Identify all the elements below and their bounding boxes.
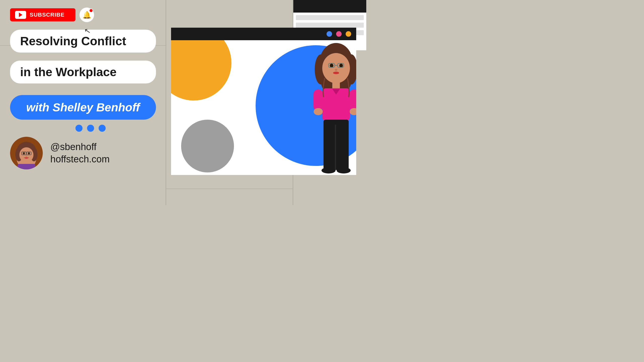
bell-area: 🔔: [79, 8, 94, 22]
subscribe-button[interactable]: SUBSCRIBE: [10, 8, 75, 21]
svg-point-20: [322, 53, 350, 83]
svg-point-26: [335, 69, 337, 71]
title-box-2-wrap: in the Workplace: [10, 61, 156, 87]
profile-website: hoffstech.com: [50, 154, 110, 165]
notification-dot: [89, 9, 93, 13]
avatar-svg: [10, 137, 43, 169]
subscribe-label: SUBSCRIBE: [30, 12, 65, 18]
title-box-1: Resolving Conflict: [10, 30, 156, 53]
profile-handle: @sbenhoff: [50, 142, 110, 152]
svg-point-12: [25, 157, 28, 159]
youtube-play-icon: [15, 11, 26, 19]
dot-2: [87, 125, 94, 132]
svg-point-11: [26, 155, 27, 156]
browser-window: [171, 28, 356, 175]
window-dot-yellow: [346, 31, 351, 37]
svg-point-35: [321, 167, 336, 173]
title-line-1: Resolving Conflict: [20, 34, 126, 48]
profile-info: @sbenhoff hoffstech.com: [50, 142, 110, 165]
svg-point-5: [19, 147, 33, 162]
right-panel: [166, 0, 366, 205]
dots-row: [75, 125, 156, 132]
title-section: Resolving Conflict: [10, 30, 156, 57]
dot-1: [75, 125, 83, 132]
svg-rect-29: [313, 89, 323, 111]
dot-3: [99, 125, 106, 132]
shelley-label: with Shelley Benhoff: [26, 101, 140, 114]
svg-rect-13: [18, 164, 35, 169]
header-row: SUBSCRIBE 🔔: [10, 8, 156, 22]
character-illustration: [303, 42, 356, 175]
orange-circle: [171, 40, 231, 101]
window-dot-blue: [327, 31, 332, 37]
gray-circle: [181, 120, 234, 172]
title-line-2: in the Workplace: [20, 65, 116, 79]
svg-point-22: [339, 64, 343, 68]
svg-rect-30: [349, 89, 356, 111]
profile-row: @sbenhoff hoffstech.com: [10, 137, 156, 169]
svg-rect-34: [335, 125, 336, 170]
title-box-2: in the Workplace: [10, 61, 156, 83]
browser-titlebar: [171, 28, 356, 40]
svg-point-31: [314, 108, 323, 115]
svg-point-21: [330, 64, 333, 68]
svg-point-7: [28, 152, 30, 155]
browser-content: [171, 40, 356, 175]
cursor-icon: ↖: [84, 26, 91, 36]
browser-line-1: [296, 15, 364, 20]
svg-point-27: [333, 72, 339, 74]
left-panel: SUBSCRIBE 🔔 ↖ Resolving Conflict in the …: [0, 0, 166, 205]
avatar: [10, 137, 43, 169]
window-dot-pink: [336, 31, 342, 37]
browser-line-2: [296, 23, 364, 28]
svg-point-36: [337, 167, 351, 173]
svg-point-6: [23, 152, 25, 155]
bell-button[interactable]: 🔔: [79, 8, 94, 22]
shelley-button[interactable]: with Shelley Benhoff: [10, 95, 156, 120]
